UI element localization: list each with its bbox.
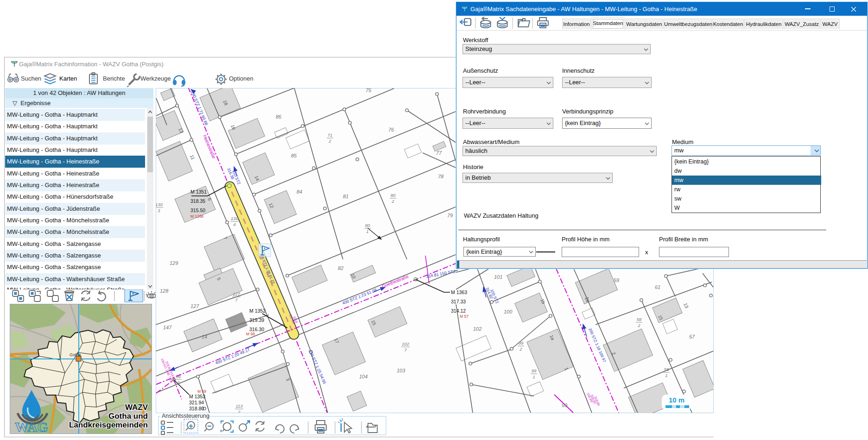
svg-text:318.35: 318.35 <box>190 198 205 204</box>
svg-text:M 98: M 98 <box>246 332 255 336</box>
svg-text:99: 99 <box>532 368 537 373</box>
svg-text:130: 130 <box>231 216 239 221</box>
svg-text:80: 80 <box>365 223 370 228</box>
svg-text:147: 147 <box>163 325 172 330</box>
svg-text:81: 81 <box>343 194 348 199</box>
svg-text:85: 85 <box>291 153 297 158</box>
svg-text:314.12: 314.12 <box>451 308 466 314</box>
svg-text:100: 100 <box>504 309 513 314</box>
svg-text:61: 61 <box>655 284 660 290</box>
svg-text:128: 128 <box>160 288 169 294</box>
svg-text:M 57: M 57 <box>460 314 469 319</box>
svg-text:7: 7 <box>404 347 407 352</box>
svg-text:130: 130 <box>156 202 163 207</box>
svg-text:10 m: 10 m <box>669 396 684 404</box>
svg-text:2: 2 <box>519 346 522 352</box>
svg-text:1: 1 <box>665 373 667 378</box>
svg-text:102: 102 <box>473 326 482 332</box>
svg-text:103: 103 <box>397 368 405 373</box>
svg-text:3: 3 <box>158 208 160 213</box>
svg-text:M 1351: M 1351 <box>190 189 207 195</box>
svg-text:2: 2 <box>237 409 241 413</box>
svg-text:1: 1 <box>532 374 535 379</box>
svg-text:14: 14 <box>202 334 207 339</box>
svg-text:82: 82 <box>338 265 343 271</box>
svg-text:319.39: 319.39 <box>249 317 264 323</box>
svg-text:4: 4 <box>233 222 235 227</box>
svg-text:M 1266: M 1266 <box>190 214 204 219</box>
svg-text:315.50: 315.50 <box>190 207 205 213</box>
svg-text:57: 57 <box>689 334 695 339</box>
svg-text:59: 59 <box>614 277 619 283</box>
svg-text:78: 78 <box>438 174 444 179</box>
svg-text:Gotha: Gotha <box>70 352 81 357</box>
svg-text:M 69: M 69 <box>197 389 206 394</box>
svg-text:317.33: 317.33 <box>451 299 466 304</box>
svg-text:101: 101 <box>494 274 502 280</box>
svg-text:2: 2 <box>177 380 180 385</box>
svg-text:1: 1 <box>366 229 368 234</box>
svg-text:321.94: 321.94 <box>189 400 204 405</box>
svg-text:84: 84 <box>297 189 302 195</box>
svg-text:318.80: 318.80 <box>189 406 204 411</box>
svg-text:99: 99 <box>519 340 524 346</box>
svg-text:75: 75 <box>366 88 372 93</box>
svg-text:77: 77 <box>436 150 442 156</box>
svg-text:58: 58 <box>637 317 642 322</box>
svg-text:WAZV: WAZV <box>125 403 148 412</box>
svg-text:127: 127 <box>233 291 241 296</box>
svg-text:86: 86 <box>276 114 282 119</box>
svg-text:2: 2 <box>391 199 394 204</box>
svg-text:2: 2 <box>637 323 640 328</box>
svg-text:80: 80 <box>391 193 396 198</box>
svg-text:WAG: WAG <box>15 419 48 434</box>
svg-text:102: 102 <box>402 341 410 346</box>
svg-text:M 1353: M 1353 <box>189 394 205 399</box>
svg-text:Ansichtssteuerung: Ansichtssteuerung <box>162 413 209 419</box>
svg-text:M 1363: M 1363 <box>451 289 467 295</box>
svg-text:Gotha und: Gotha und <box>108 412 148 421</box>
svg-text:79: 79 <box>447 213 453 218</box>
svg-text:Landkreisgemeinden: Landkreisgemeinden <box>69 421 148 429</box>
svg-text:129: 129 <box>170 260 178 266</box>
svg-text:113: 113 <box>235 403 243 409</box>
svg-text:58: 58 <box>664 367 669 372</box>
svg-text:99: 99 <box>562 402 567 408</box>
svg-text:96: 96 <box>176 374 181 379</box>
svg-text:127: 127 <box>190 303 199 309</box>
svg-text:71: 71 <box>328 132 333 138</box>
svg-text:M 1352: M 1352 <box>249 308 266 314</box>
svg-text:7: 7 <box>235 297 238 302</box>
svg-text:104: 104 <box>359 374 367 379</box>
svg-text:76: 76 <box>388 127 394 132</box>
svg-text:2: 2 <box>328 138 331 144</box>
